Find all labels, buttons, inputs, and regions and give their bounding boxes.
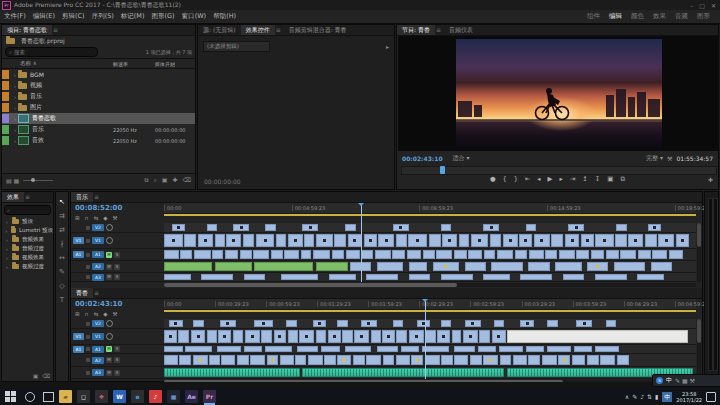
go-to-out-button[interactable]: ⇥ [570,175,575,183]
track-lock-icon[interactable] [86,358,90,362]
menu-item-编[interactable]: 编辑(E) [33,12,55,21]
panel-menu-icon[interactable]: ≡ [52,25,61,35]
clip[interactable] [184,234,196,247]
mute-button[interactable]: M [106,264,112,270]
project-item[interactable]: ›BGM [2,69,195,80]
workspace-图形[interactable]: 图形 [697,12,710,21]
clip[interactable] [441,274,473,280]
clip[interactable] [515,250,528,259]
clip[interactable] [483,274,510,280]
track-lock-icon[interactable] [86,226,90,230]
twirl-icon[interactable]: › [4,237,10,243]
solo-button[interactable]: S [114,264,120,270]
workspace-编辑[interactable]: 编辑 [609,12,622,21]
type-tool[interactable]: T [60,296,64,304]
clip[interactable] [494,320,505,327]
solo-button[interactable]: S [114,274,120,280]
add-marker-button[interactable]: ● [490,175,496,183]
view-toggle-icon[interactable]: ▦ [14,177,20,184]
playback-resolution-dropdown[interactable]: 完整 ▾ [646,154,663,163]
clip[interactable] [284,250,299,259]
tab-effects[interactable]: 效果 [2,192,24,202]
effects-footer-icon[interactable]: ⌫ [42,373,50,379]
clip[interactable] [164,234,183,247]
track-lane-A1[interactable] [164,249,696,261]
clip[interactable] [638,250,651,259]
clip[interactable] [281,274,318,280]
clip[interactable] [261,330,272,343]
clip[interactable] [324,355,336,365]
clip[interactable] [423,250,435,259]
track-target-A2[interactable]: A2 [92,263,104,270]
label-chip[interactable] [2,70,9,79]
project-action-icon[interactable]: ✚ [172,176,177,184]
clip[interactable] [519,234,532,247]
clip[interactable] [595,346,619,352]
clip[interactable] [332,250,345,259]
clip[interactable] [221,355,235,365]
tab-节目: 青春[interactable]: 节目: 青春 [397,25,435,35]
mute-button[interactable]: M [106,357,112,363]
ime-tool-icon[interactable]: ✎ [675,377,682,384]
clip[interactable] [526,346,545,352]
clip[interactable] [164,274,191,280]
menu-item-文[interactable]: 文件(F) [4,12,26,21]
project-item[interactable]: ›音效22050 Hz00:00:00:00 [2,135,195,146]
column-start[interactable]: 媒体开始 [155,61,195,67]
clip[interactable] [463,330,478,343]
solo-button[interactable]: S [114,346,120,352]
clip[interactable] [409,330,424,343]
project-item[interactable]: ›视频 [2,80,195,91]
notification-center-icon[interactable] [706,392,716,402]
source-patch[interactable] [73,320,84,327]
panel-menu-icon[interactable]: ≡ [275,25,284,35]
play-button[interactable]: ▶ [548,175,553,183]
close-button[interactable]: ✕ [711,2,716,9]
clip[interactable] [353,355,365,365]
work-area-bar[interactable] [164,214,696,216]
workspace-效果[interactable]: 效果 [653,12,666,21]
clip[interactable] [220,320,236,327]
project-item[interactable]: ›音乐 [2,91,195,102]
clip[interactable] [545,250,557,259]
clip[interactable] [178,330,189,343]
clip[interactable] [454,355,468,365]
clip[interactable] [422,346,449,352]
track-lock-icon[interactable] [86,371,90,375]
clip[interactable] [288,330,298,343]
clip[interactable] [328,330,341,343]
clip[interactable] [240,250,252,259]
clip[interactable] [411,355,423,365]
project-action-icon[interactable]: ⌕ [153,176,156,184]
export-frame-button[interactable]: ▣ [607,175,613,183]
program-timecode[interactable]: 00:02:43:10 [397,155,443,162]
project-action-icon[interactable]: ▣ [162,176,168,184]
taskbar-app-adobe-bridge[interactable]: ▦ [167,390,180,403]
clip[interactable] [288,234,303,247]
minimize-button[interactable]: – [690,2,693,9]
clip[interactable] [503,234,518,247]
clip[interactable] [576,250,589,259]
track-lane-A3[interactable] [164,367,696,379]
clip[interactable] [299,330,314,343]
label-chip[interactable] [2,103,9,112]
twirl-icon[interactable]: › [4,255,10,261]
clip[interactable] [265,346,292,352]
clip[interactable] [164,355,178,365]
clip[interactable] [393,320,404,327]
clip[interactable] [568,224,584,231]
label-chip[interactable] [2,125,9,134]
clip[interactable] [559,250,575,259]
clip[interactable] [377,346,398,352]
taskbar-app-file-explorer[interactable]: ▰ [59,390,72,403]
panel-menu-icon[interactable]: ≡ [93,288,102,298]
track-target-V2[interactable]: V2 [92,320,104,327]
clip[interactable] [375,250,391,259]
twirl-icon[interactable]: › [4,264,10,270]
clip[interactable] [179,355,191,365]
tray-icon[interactable]: ♪ [640,393,644,400]
timeline-toolbar-icon[interactable]: ◆ [103,215,107,221]
workspace-音频[interactable]: 音频 [675,12,688,21]
timeline-toolbar-icon[interactable]: ⊞ [75,215,80,221]
clip[interactable] [198,234,214,247]
